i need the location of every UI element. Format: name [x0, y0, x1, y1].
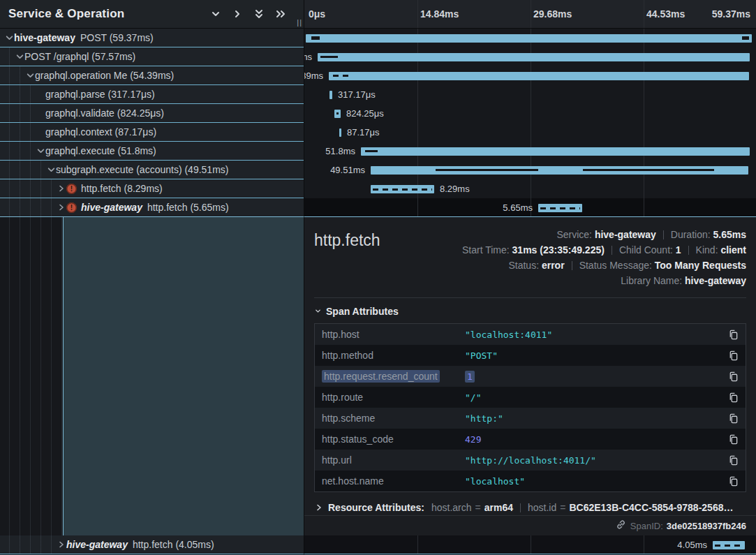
- span-row[interactable]: hive-gatewayhttp.fetch (4.05ms)4.05ms: [0, 535, 756, 554]
- span-row[interactable]: hive-gatewayPOST (59.37ms)59.37ms: [0, 29, 756, 47]
- span-label: http.fetch (4.05ms): [133, 539, 214, 550]
- header-row: Service & Operation || 0μs14.84ms29.68ms…: [0, 0, 756, 29]
- span-row[interactable]: !hive-gatewayhttp.fetch (5.65ms)5.65ms: [0, 198, 756, 217]
- chevron-right-icon[interactable]: [57, 185, 66, 192]
- timeline-gridline: [417, 123, 418, 142]
- span-timeline-cell[interactable]: 5.65ms: [304, 198, 756, 217]
- span-bar[interactable]: [339, 128, 341, 137]
- span-duration-label: 824.25μs: [346, 104, 384, 123]
- timeline-gridline: [417, 85, 418, 104]
- chevron-right-icon[interactable]: [57, 541, 66, 548]
- timeline-gridline: [644, 179, 644, 198]
- double-chevron-down-icon[interactable]: [253, 8, 265, 20]
- chevron-down-icon[interactable]: [209, 8, 222, 20]
- copy-icon[interactable]: [725, 455, 739, 466]
- resource-key: host.id: [528, 502, 556, 513]
- span-name-cell[interactable]: !hive-gatewayhttp.fetch (5.65ms): [0, 198, 304, 217]
- resource-separator: [520, 503, 521, 512]
- trace-viewer: Service & Operation || 0μs14.84ms29.68ms…: [0, 0, 756, 555]
- attribute-row[interactable]: http.scheme"http:": [315, 408, 746, 429]
- chevron-down-icon[interactable]: [46, 166, 56, 174]
- span-bar-marker: [320, 56, 338, 58]
- span-name-cell[interactable]: subgraph.execute (accounts) (49.51ms): [0, 161, 304, 179]
- span-label: http.fetch (5.65ms): [147, 202, 229, 213]
- span-attributes-toggle[interactable]: Span Attributes: [314, 306, 746, 317]
- span-row[interactable]: graphql.execute (51.8ms)51.8ms: [0, 142, 756, 161]
- span-bar-marker: [336, 112, 339, 114]
- copy-icon[interactable]: [725, 392, 739, 403]
- chevron-down-icon[interactable]: [25, 72, 35, 80]
- span-timeline-cell[interactable]: 4.05ms: [304, 535, 756, 554]
- span-bar[interactable]: [329, 91, 332, 99]
- span-name-cell[interactable]: !http.fetch (8.29ms): [0, 179, 304, 198]
- span-bar[interactable]: [306, 34, 752, 43]
- copy-icon[interactable]: [725, 371, 739, 382]
- span-bar[interactable]: [318, 53, 750, 61]
- attribute-row[interactable]: http.host"localhost:4011": [315, 324, 746, 345]
- span-timeline-cell[interactable]: 54.39ms: [304, 66, 756, 85]
- chevron-right-icon[interactable]: [231, 8, 244, 20]
- span-row[interactable]: graphql.validate (824.25μs)824.25μs: [0, 104, 756, 123]
- error-icon: !: [66, 184, 77, 194]
- span-bar[interactable]: [329, 72, 749, 80]
- span-name-cell[interactable]: graphql.operation Me (54.39ms): [0, 66, 304, 85]
- copy-icon[interactable]: [725, 413, 739, 424]
- attribute-row[interactable]: http.method"POST": [315, 345, 746, 366]
- span-name-cell[interactable]: graphql.execute (51.8ms): [0, 142, 304, 161]
- attribute-row[interactable]: http.route"/": [315, 387, 746, 408]
- span-name-cell[interactable]: graphql.parse (317.17μs): [0, 85, 304, 104]
- attribute-row[interactable]: http.status_code429: [315, 429, 746, 450]
- meta-value: 5.65ms: [713, 229, 746, 240]
- attribute-row[interactable]: http.request.resend_count1: [315, 366, 746, 387]
- indent-guides: [0, 47, 15, 66]
- timeline-gridline: [644, 85, 644, 104]
- span-timeline-cell[interactable]: 59.37ms: [304, 29, 756, 47]
- span-timeline-cell[interactable]: 57.57ms: [304, 47, 756, 66]
- attribute-row[interactable]: http.url"http://localhost:4011/": [315, 450, 746, 471]
- span-timeline-cell[interactable]: 51.8ms: [304, 142, 756, 161]
- copy-icon[interactable]: [725, 434, 739, 445]
- copy-icon[interactable]: [725, 330, 739, 340]
- span-timeline-cell[interactable]: 824.25μs: [304, 104, 756, 123]
- attribute-key: http.status_code: [322, 434, 465, 445]
- span-timeline-cell[interactable]: 49.51ms: [304, 161, 756, 179]
- span-name-cell[interactable]: graphql.validate (824.25μs): [0, 104, 304, 123]
- equals-sign: =: [475, 502, 481, 513]
- timeline-gridline: [644, 535, 644, 554]
- span-name-cell[interactable]: hive-gatewayhttp.fetch (4.05ms): [0, 535, 304, 554]
- indent-guides: [0, 198, 57, 216]
- span-timeline-cell[interactable]: 317.17μs: [304, 85, 756, 104]
- span-row[interactable]: graphql.parse (317.17μs)317.17μs: [0, 85, 756, 104]
- resource-value: arm64: [484, 502, 513, 513]
- span-row[interactable]: subgraph.execute (accounts) (49.51ms)49.…: [0, 161, 756, 179]
- chevron-down-icon[interactable]: [36, 147, 45, 155]
- copy-icon[interactable]: [725, 350, 739, 361]
- double-chevron-right-icon[interactable]: [274, 8, 287, 20]
- resource-attributes-label[interactable]: Resource Attributes:: [328, 502, 424, 513]
- span-name-cell[interactable]: POST /graphql (57.57ms): [0, 47, 304, 66]
- attribute-row[interactable]: net.host.name"localhost": [315, 471, 746, 491]
- span-bar[interactable]: [361, 147, 750, 156]
- chevron-right-icon[interactable]: [57, 204, 66, 211]
- meta-value: Too Many Requests: [655, 260, 746, 271]
- attribute-value: "/": [465, 392, 725, 403]
- meta-separator: [572, 261, 572, 270]
- chevron-down-icon[interactable]: [15, 53, 24, 61]
- span-row[interactable]: graphql.context (87.17μs)87.17μs: [0, 123, 756, 142]
- span-timeline-cell[interactable]: 87.17μs: [304, 123, 756, 142]
- panel-resize-handle[interactable]: ||: [297, 18, 302, 27]
- link-icon[interactable]: [616, 519, 630, 532]
- span-detail-panel: http.fetch Service: hive-gatewayDuration…: [304, 217, 756, 535]
- copy-icon[interactable]: [725, 476, 739, 487]
- span-row[interactable]: POST /graphql (57.57ms)57.57ms: [0, 47, 756, 66]
- span-name-cell[interactable]: graphql.context (87.17μs): [0, 123, 304, 142]
- service-name: hive-gateway: [81, 202, 142, 213]
- span-row[interactable]: graphql.operation Me (54.39ms)54.39ms: [0, 66, 756, 85]
- span-duration-label: 49.51ms: [330, 161, 365, 179]
- timeline-gridline: [531, 85, 531, 104]
- chevron-down-icon[interactable]: [4, 34, 14, 42]
- span-timeline-cell[interactable]: 8.29ms: [304, 179, 756, 198]
- span-row[interactable]: !http.fetch (8.29ms)8.29ms: [0, 179, 756, 198]
- span-name-cell[interactable]: hive-gatewayPOST (59.37ms): [0, 29, 304, 47]
- chevron-right-icon[interactable]: [314, 504, 324, 511]
